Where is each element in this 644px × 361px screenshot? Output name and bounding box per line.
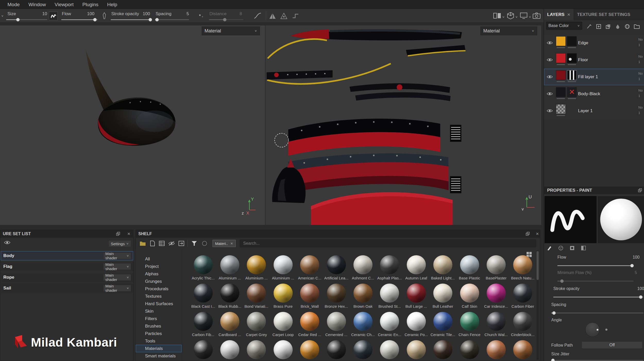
menu-item-help[interactable]: Help	[103, 0, 122, 9]
camera-screenshot-icon[interactable]	[533, 12, 540, 20]
shader-dropdown[interactable]: Main shader∨	[103, 263, 131, 270]
material-item[interactable]	[216, 340, 243, 361]
material-item[interactable]: Church Wal...	[483, 312, 509, 340]
texture-set-row-flag[interactable]: FlagMain shader∨	[1, 262, 133, 271]
layer-mask-thumbnail[interactable]: ✕	[567, 87, 577, 97]
viewport-3d[interactable]: Material ∨ Y z X	[0, 25, 265, 225]
display-chevron-icon[interactable]: ∨	[529, 16, 531, 18]
material-item[interactable]: Aluminium ...	[243, 255, 270, 284]
texture-set-row-rope[interactable]: RopeMain shader∨	[1, 273, 133, 282]
panel-close-icon[interactable]: ✕	[535, 231, 540, 236]
layer-visibility-eye-icon[interactable]	[547, 92, 553, 97]
material-item[interactable]: Base Plastic	[456, 255, 483, 284]
tab-texture-set-settings[interactable]: TEXTURE SET SETTINGS	[577, 9, 630, 20]
menu-item-viewport[interactable]: Viewport	[50, 0, 78, 9]
material-item[interactable]: Ceramic Po...	[403, 312, 429, 340]
add-fill-layer-icon[interactable]	[614, 24, 621, 29]
panel-expand-icon[interactable]	[638, 187, 642, 195]
viewport-2d[interactable]: Material ∨ U v	[266, 25, 541, 225]
layer-blend-mode[interactable]: No	[638, 88, 644, 93]
layer-visibility-eye-icon[interactable]	[547, 75, 553, 80]
material-item[interactable]: Black Rubb...	[216, 284, 243, 312]
layer-row-edge[interactable]: EdgeNo1	[544, 35, 644, 51]
category-tools[interactable]: Tools	[136, 337, 182, 345]
material-item[interactable]: Bull Large ...	[403, 284, 429, 312]
size-slider[interactable]	[6, 19, 47, 20]
lazy-mouse-icon[interactable]	[292, 13, 299, 20]
material-item[interactable]: Autumn Leaf	[403, 255, 429, 284]
filter-funnel-icon[interactable]	[190, 240, 198, 247]
material-item[interactable]	[323, 340, 350, 361]
material-item[interactable]: Carbon Fib...	[190, 312, 216, 340]
category-smart-materials[interactable]: Smart materials	[136, 352, 182, 360]
material-item[interactable]	[510, 340, 536, 361]
symmetry-icon[interactable]	[269, 13, 276, 20]
material-item[interactable]: Brown Oak	[350, 284, 376, 312]
panel-float-icon[interactable]	[115, 231, 121, 236]
viewport-3d-shading-dropdown[interactable]: Material ∨	[202, 27, 260, 35]
layer-opacity[interactable]: 1	[638, 93, 644, 99]
prop-size-jitter-slider[interactable]	[551, 360, 643, 361]
material-item[interactable]: Chain Fence	[456, 312, 483, 340]
panel-float-icon[interactable]	[525, 231, 530, 236]
add-paint-layer-icon[interactable]	[605, 24, 612, 29]
menu-item-mode[interactable]: Mode	[3, 0, 24, 9]
import-resources-icon[interactable]	[177, 240, 185, 247]
category-brushes[interactable]: Brushes	[136, 322, 182, 330]
texture-set-row-sail[interactable]: SailMain shader∨	[1, 284, 133, 293]
layer-blend-mode[interactable]: No	[638, 105, 644, 110]
layer-content-thumbnail[interactable]	[556, 70, 566, 80]
category-grunges[interactable]: Grunges	[136, 278, 182, 285]
add-folder-icon[interactable]	[633, 24, 640, 29]
layer-blend-mode[interactable]: No	[638, 54, 644, 59]
material-item[interactable]	[483, 340, 509, 361]
material-item[interactable]: Brass Pure	[270, 284, 296, 312]
category-materials[interactable]: Materials	[136, 345, 182, 352]
shelf-scrollbar-thumb[interactable]	[537, 251, 539, 280]
color-filter-icon[interactable]	[201, 240, 208, 247]
layer-row-body-black[interactable]: ✕Body-BlackNo1	[544, 86, 644, 102]
pressure-pen-icon[interactable]	[101, 12, 107, 21]
material-item[interactable]	[270, 340, 296, 361]
layer-opacity[interactable]: 1	[638, 110, 644, 116]
material-item[interactable]: Baked Light...	[430, 255, 456, 284]
view-3d-cube-icon[interactable]	[507, 12, 514, 21]
open-folder-icon[interactable]	[139, 240, 147, 247]
falloff-curve-icon[interactable]	[254, 12, 261, 20]
layer-mask-thumbnail[interactable]	[567, 36, 577, 46]
channel-dropdown[interactable]: Base Color ∨	[546, 22, 582, 30]
prop-flow-slider[interactable]	[557, 265, 634, 266]
material-item[interactable]: Carpet Loop	[270, 312, 296, 340]
shader-dropdown[interactable]: Main shader∨	[103, 285, 131, 292]
stencil-tab-icon[interactable]	[580, 245, 587, 251]
prop-spacing-slider[interactable]	[551, 313, 643, 313]
category-skin[interactable]: Skin	[136, 307, 182, 315]
material-item[interactable]: Ceramic En...	[376, 312, 403, 340]
angle-snap-dot[interactable]	[605, 329, 607, 331]
visibility-column-eye-icon[interactable]	[4, 240, 11, 246]
add-effect-icon[interactable]	[595, 24, 602, 29]
category-filters[interactable]: Filters	[136, 315, 182, 322]
material-item[interactable]	[376, 340, 403, 361]
layer-visibility-eye-icon[interactable]	[547, 109, 553, 114]
material-item[interactable]: Calf Skin	[456, 284, 483, 312]
material-item[interactable]: Brushed St...	[376, 284, 403, 312]
category-project[interactable]: Project	[136, 263, 182, 270]
display-settings-icon[interactable]	[520, 12, 528, 20]
stroke-opacity-slider[interactable]	[111, 19, 152, 20]
texture-set-row-body[interactable]: BodyMain shader∨	[1, 251, 133, 260]
split-view-chevron-icon[interactable]: ∨	[502, 16, 505, 18]
tab-close-icon[interactable]: ✕	[567, 12, 570, 17]
shelf-scrollbar[interactable]	[537, 251, 539, 360]
material-item[interactable]: Acrylic Thic...	[190, 255, 216, 284]
angle-dial[interactable]	[585, 322, 600, 337]
category-particles[interactable]: Particles	[136, 330, 182, 337]
category-hard-surfaces[interactable]: Hard Surfaces	[136, 300, 182, 307]
layer-content-thumbnail[interactable]	[556, 36, 566, 46]
material-item[interactable]: Beech Natu...	[510, 255, 536, 284]
material-item[interactable]: Cemented ...	[323, 312, 350, 340]
tab-layers[interactable]: LAYERS ✕	[544, 9, 573, 20]
layer-blend-mode[interactable]: No	[638, 71, 644, 76]
split-view-icon[interactable]	[493, 12, 501, 20]
brush-settings-tab-icon[interactable]	[546, 245, 553, 251]
